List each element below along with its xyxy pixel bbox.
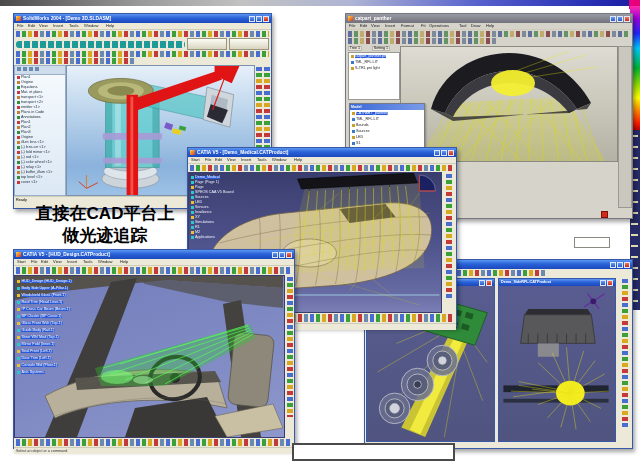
caption-line2: 做光迹追踪 [22, 225, 188, 247]
menu-item[interactable]: Window [98, 260, 113, 264]
winE-maximize-button[interactable] [617, 262, 623, 268]
menu-item[interactable]: Edit [215, 158, 222, 162]
menu-item[interactable]: View [53, 260, 62, 264]
tree-item[interactable]: Roof Trim (Head Liner.1) [17, 299, 104, 306]
winA-sketch-toolbar[interactable] [16, 58, 136, 64]
winE-close-button[interactable] [624, 262, 630, 268]
menu-item[interactable]: File [17, 24, 24, 28]
menu-item[interactable]: File [205, 158, 212, 162]
winC-toolbar-icons[interactable] [190, 165, 454, 171]
tree-item[interactable]: BP Cluster (BP Cover.1) [17, 313, 104, 320]
tree-item[interactable]: Body Side Upper (A-Pillar.1) [17, 285, 104, 292]
winA-close-button[interactable] [263, 16, 269, 22]
winC-right-toolbar[interactable] [442, 172, 456, 313]
tree-item[interactable]: Mirror Fold (Inner.1) [17, 341, 104, 348]
menu-item[interactable]: Insert [385, 24, 395, 28]
winD-close-button[interactable] [286, 252, 292, 258]
childR-titlebar[interactable]: Demo_SideRFL.CATProduct [499, 279, 615, 286]
menu-item[interactable]: Start [17, 260, 26, 264]
menu-item[interactable]: Tools [69, 24, 79, 28]
menu-item[interactable]: Help [106, 24, 114, 28]
winA-titlebar[interactable]: SolidWorks 2004 - [Demo 3D.SLDASM] [14, 14, 271, 23]
winB-toolbar-icons[interactable] [348, 31, 630, 37]
menu-item[interactable]: Operations [429, 24, 449, 28]
winA-dropdown-group-2[interactable] [229, 38, 269, 50]
winD-minimize-button[interactable] [272, 252, 278, 258]
winA-lens-toolbar[interactable] [16, 41, 185, 48]
menu-item[interactable]: Insert [241, 158, 251, 162]
menu-item[interactable]: Tools [83, 260, 93, 264]
menu-item[interactable]: Edit [360, 24, 367, 28]
winE-child-right: Demo_SideRFL.CATProduct [498, 278, 616, 442]
winC-titlebar[interactable]: CATIA V5 - [Demo_Medical.CATProduct] [188, 148, 456, 157]
winD-titlebar[interactable]: CATIA V5 - [HUD_Design.CATProduct] [14, 250, 294, 259]
winD-3d-viewport[interactable]: HUD_Design (HUD_Design.1)Body Side Upper… [14, 275, 285, 438]
winE-right-toolbar[interactable] [618, 277, 632, 443]
menu-item[interactable]: File [31, 260, 38, 264]
menu-item[interactable]: Fit [421, 24, 426, 28]
winB-maximize-button[interactable] [617, 16, 623, 22]
tab[interactable]: Tree 1 [348, 46, 362, 50]
menu-item[interactable]: Help [294, 158, 302, 162]
winD-bottom-toolbar[interactable] [16, 439, 292, 446]
menu-item[interactable]: View [227, 158, 236, 162]
tree-item[interactable]: Door Trim (Left.1) [17, 355, 104, 362]
winC-minimize-button[interactable] [434, 150, 440, 156]
tree-item[interactable]: HUD_Design (HUD_Design.1) [17, 278, 104, 285]
tree-item[interactable]: IP Cross Car Beam (Beam.1) [17, 306, 104, 313]
tree-item[interactable]: Glass Front Wsh (Top.1) [17, 320, 104, 327]
winD-right-toolbar[interactable] [285, 275, 294, 438]
winB-minimize-button[interactable] [610, 16, 616, 22]
childR-close-button[interactable] [607, 280, 613, 286]
tab[interactable]: Setting 1 [372, 46, 390, 50]
tree-item[interactable]: Guide Body (Rail.1) [17, 327, 104, 334]
winD-toolbar-icons[interactable] [16, 267, 292, 274]
menu-item[interactable]: View [371, 24, 380, 28]
menu-item[interactable]: Insert [53, 24, 63, 28]
tree-item[interactable]: cover <1> [15, 180, 65, 185]
tree-item[interactable]: S-TRL pnt light [349, 65, 399, 71]
tree-item[interactable]: Console Mid (Floor.1) [17, 362, 104, 369]
tree-item[interactable]: Steer Whl Mod (Top.1) [17, 334, 104, 341]
tree-item[interactable]: Windshield Glass (Front.1) [17, 292, 104, 299]
winA-feature-tree: Plan1OrigineEquationsMat. et planstransp… [14, 65, 66, 196]
menu-item[interactable]: Window [272, 158, 287, 162]
menu-item[interactable]: Help [120, 260, 128, 264]
menu-item[interactable]: Window [84, 24, 99, 28]
menu-item[interactable]: Start [191, 158, 200, 162]
winC-close-button[interactable] [448, 150, 454, 156]
childR-minimize-button[interactable] [600, 280, 606, 286]
winA-view-toolbar[interactable] [16, 51, 269, 57]
childL-close-button[interactable] [486, 280, 492, 286]
menu-item[interactable]: Format [401, 24, 414, 28]
menu-item[interactable]: View [39, 24, 48, 28]
winD-maximize-button[interactable] [279, 252, 285, 258]
menu-item[interactable]: Tool [459, 24, 466, 28]
winA-maximize-button[interactable] [256, 16, 262, 22]
menu-item[interactable]: Insert [67, 260, 77, 264]
winA-standard-toolbar[interactable] [16, 31, 269, 37]
menu-item[interactable]: Tools [257, 158, 267, 162]
menu-item[interactable]: Help [486, 24, 494, 28]
winE-minimize-button[interactable] [610, 262, 616, 268]
tree-item[interactable]: Axis Systems [17, 369, 104, 376]
menu-item[interactable]: Edit [41, 260, 48, 264]
tree-item[interactable]: Seat Front (Left.1) [17, 348, 104, 355]
winA-minimize-button[interactable] [249, 16, 255, 22]
winB-toolbar2-icons[interactable] [348, 38, 498, 44]
winB-right-scrollbar[interactable] [618, 46, 632, 208]
winB-titlebar[interactable]: catpart_panther [346, 14, 632, 23]
menu-item[interactable]: Edit [28, 24, 35, 28]
tree-item[interactable]: Applications [191, 235, 257, 240]
winB-close-button[interactable] [624, 16, 630, 22]
menu-item[interactable]: Draw [471, 24, 481, 28]
childL-minimize-button[interactable] [479, 280, 485, 286]
menu-item[interactable]: File [349, 24, 356, 28]
winB-3d-viewport[interactable] [400, 46, 618, 162]
winA-dropdown-group-1[interactable] [187, 38, 227, 50]
childR-3d-viewport[interactable] [499, 286, 615, 441]
winC-maximize-button[interactable] [441, 150, 447, 156]
winA-tree-tabs[interactable] [15, 66, 65, 75]
light-guide-rods [503, 385, 608, 402]
winB-input-field[interactable] [574, 237, 610, 248]
